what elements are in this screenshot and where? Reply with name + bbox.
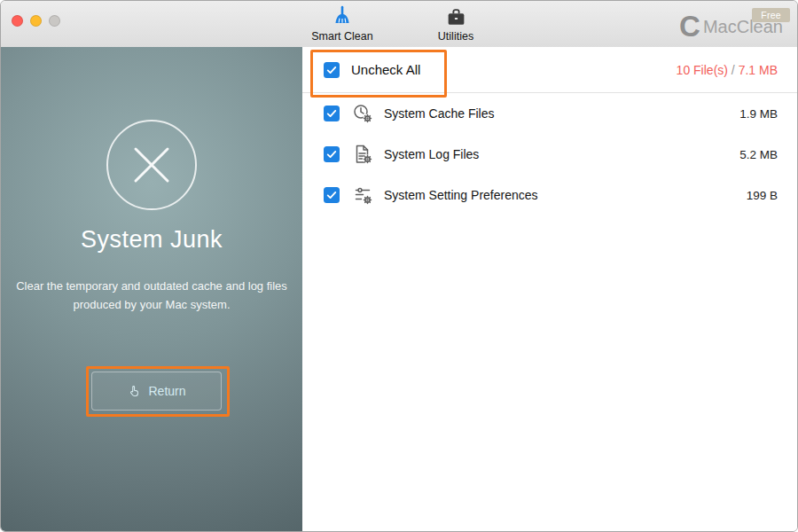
free-badge: Free <box>752 8 790 22</box>
summary-file-count: 10 File(s) <box>677 63 728 77</box>
uncheck-all-label[interactable]: Uncheck All <box>351 62 420 77</box>
row-checkbox[interactable] <box>324 146 340 162</box>
page-description: Clear the temporary and outdated cache a… <box>15 278 288 315</box>
file-list-panel: Uncheck All 10 File(s) / 7.1 MB Sys <box>302 47 797 531</box>
log-document-gear-icon <box>352 144 373 165</box>
close-button[interactable] <box>12 15 23 27</box>
traffic-lights <box>12 15 60 27</box>
page-title: System Junk <box>1 226 302 254</box>
selection-summary: 10 File(s) / 7.1 MB <box>677 63 778 77</box>
broom-icon <box>331 4 354 28</box>
list-item-system-preferences[interactable]: System Setting Preferences 199 B <box>302 175 797 215</box>
list-item-label: System Log Files <box>384 147 479 161</box>
zoom-button[interactable] <box>49 15 60 27</box>
system-junk-x-icon <box>106 119 198 215</box>
hand-pointer-icon <box>127 384 142 399</box>
row-checkbox[interactable] <box>324 187 340 203</box>
tab-utilities[interactable]: Utilities <box>415 4 497 43</box>
return-button[interactable]: Return <box>91 372 222 411</box>
macclean-window: Smart Clean Utilities C MacClean Free <box>0 0 798 532</box>
list-item-size: 5.2 MB <box>739 148 778 161</box>
tab-smart-clean-label: Smart Clean <box>311 30 372 43</box>
titlebar: Smart Clean Utilities C MacClean Free <box>1 1 797 48</box>
list-item-size: 199 B <box>747 189 778 202</box>
uncheck-all-checkbox[interactable] <box>324 62 340 78</box>
briefcase-icon <box>445 4 467 28</box>
tab-smart-clean[interactable]: Smart Clean <box>301 4 383 43</box>
cache-clock-gear-icon <box>352 103 373 124</box>
tab-utilities-label: Utilities <box>438 30 473 43</box>
return-button-label: Return <box>148 384 185 398</box>
left-panel: System Junk Clear the temporary and outd… <box>1 47 302 531</box>
list-item-system-log[interactable]: System Log Files 5.2 MB <box>302 134 797 175</box>
summary-total-size: 7.1 MB <box>739 63 778 77</box>
list-item-label: System Cache Files <box>384 106 494 121</box>
list-item-label: System Setting Preferences <box>384 188 538 202</box>
settings-sliders-gear-icon <box>352 184 373 206</box>
summary-separator: / <box>728 63 739 77</box>
minimize-button[interactable] <box>30 15 42 27</box>
list-header: Uncheck All 10 File(s) / 7.1 MB <box>302 47 797 93</box>
macclean-logo-icon: C <box>679 15 700 38</box>
row-checkbox[interactable] <box>324 106 340 121</box>
list-item-size: 1.9 MB <box>739 107 778 121</box>
list-item-system-cache[interactable]: System Cache Files 1.9 MB <box>302 93 797 134</box>
toolbar-tabs: Smart Clean Utilities <box>301 4 497 43</box>
